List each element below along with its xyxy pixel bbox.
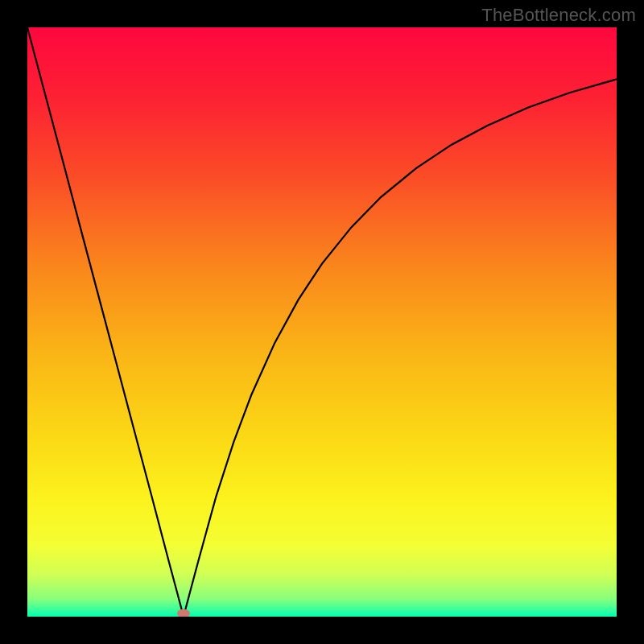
chart-canvas — [27, 27, 617, 617]
watermark-text: TheBottleneck.com — [481, 5, 636, 26]
gradient-background — [27, 27, 617, 617]
chart-frame: TheBottleneck.com — [0, 0, 644, 644]
plot-area — [27, 27, 617, 617]
